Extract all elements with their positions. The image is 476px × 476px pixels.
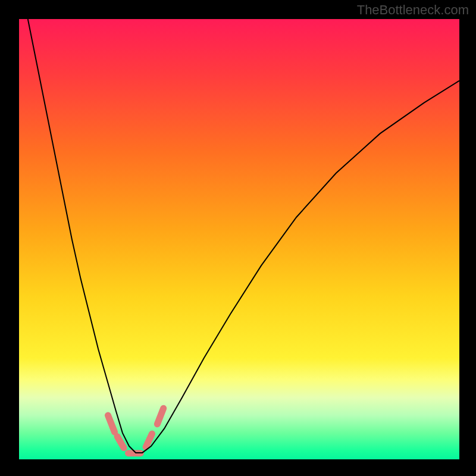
bottleneck-chart — [0, 0, 476, 476]
chart-frame: TheBottleneck.com — [0, 0, 476, 476]
watermark-text: TheBottleneck.com — [357, 2, 469, 18]
plot-background — [19, 19, 459, 459]
